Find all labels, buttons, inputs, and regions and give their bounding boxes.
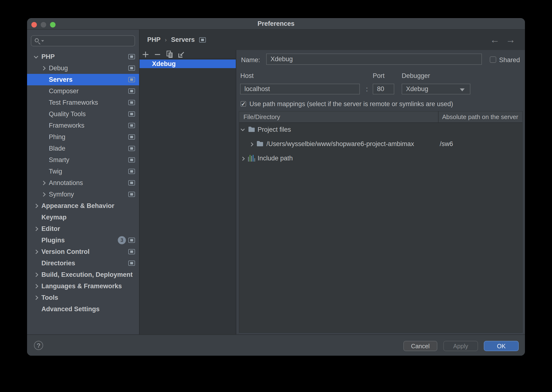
sidebar-item-build-execution-deployment[interactable]: Build, Execution, Deployment xyxy=(27,269,139,280)
server-detail-panel: Name: Xdebug Shared Host Port Debugger l… xyxy=(236,50,525,335)
sidebar-item-smarty[interactable]: Smarty xyxy=(27,154,139,166)
sidebar-item-label: Build, Execution, Deployment xyxy=(41,271,133,279)
debugger-dropdown[interactable]: Xdebug xyxy=(402,84,470,94)
sidebar-item-annotations[interactable]: Annotations xyxy=(27,177,139,189)
host-label: Host xyxy=(240,72,254,80)
sidebar-item-directories[interactable]: Directories xyxy=(27,257,139,269)
name-field[interactable]: Xdebug xyxy=(266,54,482,65)
sidebar-item-tools[interactable]: Tools xyxy=(27,292,139,303)
sidebar-item-servers[interactable]: Servers xyxy=(27,74,139,85)
column-divider[interactable] xyxy=(438,111,439,122)
folder-icon xyxy=(248,126,255,133)
search-icon xyxy=(35,38,44,45)
chevron-right-icon[interactable] xyxy=(34,250,38,254)
path-mappings-checkbox[interactable]: ✓ xyxy=(240,101,246,107)
sidebar-item-label: Languages & Frameworks xyxy=(41,282,122,290)
cancel-button[interactable]: Cancel xyxy=(403,341,437,351)
breadcrumb-php[interactable]: PHP xyxy=(147,36,161,43)
chevron-right-icon[interactable] xyxy=(41,181,45,185)
chevron-right-icon[interactable] xyxy=(34,204,38,208)
import-icon[interactable] xyxy=(177,50,186,59)
copy-icon[interactable] xyxy=(165,50,174,59)
sidebar-item-label: Plugins xyxy=(41,237,65,244)
mapping-path: /sw6 xyxy=(440,140,453,148)
sidebar-item-plugins[interactable]: Plugins3 xyxy=(27,234,139,246)
apply-button[interactable]: Apply xyxy=(443,341,478,351)
add-icon[interactable] xyxy=(141,50,150,59)
sidebar-item-label: Keymap xyxy=(41,214,66,221)
path-mappings-table: File/Directory Absolute path on the serv… xyxy=(239,111,523,333)
chevron-right-icon[interactable] xyxy=(34,295,38,300)
sidebar-item-appearance-behavior[interactable]: Appearance & Behavior xyxy=(27,200,139,211)
sidebar-item-version-control[interactable]: Version Control xyxy=(27,246,139,257)
chevron-right-icon[interactable] xyxy=(241,157,245,161)
server-list-item[interactable]: Xdebug xyxy=(139,60,236,68)
include-path-icon xyxy=(248,155,255,161)
sidebar-item-composer[interactable]: Composer xyxy=(27,85,139,97)
chevron-right-icon[interactable] xyxy=(41,66,45,70)
debugger-label: Debugger xyxy=(402,72,430,80)
sidebar-item-label: Directories xyxy=(41,259,75,267)
breadcrumb-servers[interactable]: Servers xyxy=(171,36,195,43)
sidebar-item-label: Annotations xyxy=(49,179,83,187)
settings-page-icon xyxy=(128,157,135,162)
sidebar-item-test-frameworks[interactable]: Test Frameworks xyxy=(27,97,139,108)
chevron-right-icon[interactable] xyxy=(34,284,38,288)
chevron-down-icon[interactable] xyxy=(34,54,38,58)
col-absolute-path: Absolute path on the server xyxy=(442,111,518,122)
search-input[interactable] xyxy=(31,35,135,46)
chevron-right-icon[interactable] xyxy=(41,192,45,196)
path-mappings-label: Use path mappings (select if the server … xyxy=(249,100,453,108)
sidebar-item-label: PHP xyxy=(41,53,55,61)
sidebar-item-twig[interactable]: Twig xyxy=(27,166,139,177)
back-arrow-icon[interactable]: ← xyxy=(490,35,500,45)
col-file-directory: File/Directory xyxy=(243,111,280,122)
sidebar-item-php[interactable]: PHP xyxy=(27,51,139,62)
forward-arrow-icon[interactable]: → xyxy=(506,35,515,45)
host-field[interactable]: localhost xyxy=(240,84,360,94)
sidebar-item-label: Test Frameworks xyxy=(49,99,98,106)
shared-label: Shared xyxy=(499,56,520,64)
settings-page-icon xyxy=(128,54,135,59)
sidebar-item-debug[interactable]: Debug xyxy=(27,62,139,74)
sidebar-item-label: Advanced Settings xyxy=(41,306,100,313)
sidebar-item-advanced-settings[interactable]: Advanced Settings xyxy=(27,303,139,315)
settings-page-icon xyxy=(128,111,135,117)
folder-icon xyxy=(256,140,263,147)
mapping-row[interactable]: Include path xyxy=(239,152,522,166)
port-field[interactable]: 80 xyxy=(373,84,394,94)
ok-button[interactable]: OK xyxy=(484,341,519,351)
title-bar: Preferences xyxy=(27,18,525,30)
sidebar-item-quality-tools[interactable]: Quality Tools xyxy=(27,108,139,120)
settings-page-icon xyxy=(128,249,135,254)
chevron-right-icon[interactable] xyxy=(249,142,254,147)
sidebar-item-editor[interactable]: Editor xyxy=(27,223,139,234)
host-port-colon: : xyxy=(366,86,368,93)
settings-page-icon xyxy=(128,146,135,151)
sidebar-item-symfony[interactable]: Symfony xyxy=(27,189,139,200)
sidebar-item-label: Servers xyxy=(49,76,73,84)
settings-page-icon xyxy=(128,180,135,185)
mapping-row[interactable]: Project files xyxy=(239,123,522,137)
settings-page-icon xyxy=(128,88,135,94)
name-label: Name: xyxy=(241,56,260,64)
help-button[interactable]: ? xyxy=(34,341,43,350)
breadcrumb: PHP › Servers ← → xyxy=(139,30,525,50)
chevron-down-icon[interactable] xyxy=(241,127,245,131)
chevron-down-icon xyxy=(460,88,465,91)
sidebar-item-keymap[interactable]: Keymap xyxy=(27,211,139,223)
sidebar-item-label: Version Control xyxy=(41,248,89,256)
chevron-right-icon[interactable] xyxy=(34,273,38,277)
chevron-right-icon[interactable] xyxy=(34,227,38,231)
mapping-name: Project files xyxy=(258,126,291,133)
sidebar-item-phing[interactable]: Phing xyxy=(27,131,139,143)
shared-checkbox[interactable] xyxy=(490,56,496,63)
sidebar-item-label: Composer xyxy=(49,87,79,95)
remove-icon[interactable] xyxy=(153,50,162,59)
table-header: File/Directory Absolute path on the serv… xyxy=(239,111,522,123)
mapping-row[interactable]: /Users/wysselbie/www/shopware6-project-a… xyxy=(239,137,522,152)
sidebar-item-blade[interactable]: Blade xyxy=(27,143,139,154)
settings-page-icon xyxy=(128,260,135,266)
sidebar-item-languages-frameworks[interactable]: Languages & Frameworks xyxy=(27,280,139,292)
sidebar-item-frameworks[interactable]: Frameworks xyxy=(27,120,139,131)
